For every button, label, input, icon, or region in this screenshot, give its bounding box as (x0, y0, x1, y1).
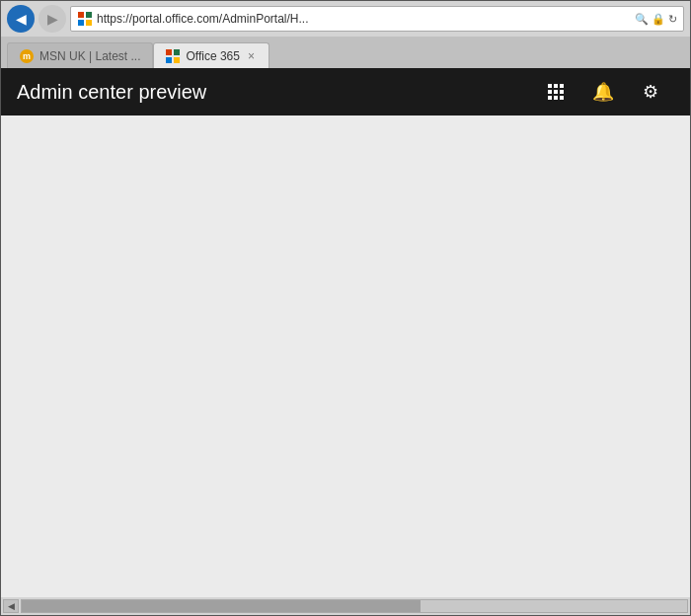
gear-icon: ⚙ (643, 81, 658, 103)
bell-icon: 🔔 (592, 81, 614, 103)
msn-icon: m (20, 49, 34, 63)
scroll-left-icon: ◀ (8, 601, 15, 611)
svg-rect-6 (166, 57, 172, 63)
browser-toolbar: ◀ ▶ https://portal.office.com/AdminPorta… (1, 1, 690, 37)
back-button[interactable]: ◀ (7, 5, 35, 33)
scroll-thumb[interactable] (22, 600, 421, 612)
tab-msn[interactable]: m MSN UK | Latest ... (7, 42, 153, 68)
svg-rect-1 (86, 12, 92, 18)
office365-tab-icon (166, 49, 180, 63)
address-text: https://portal.office.com/AdminPortal/H.… (97, 12, 631, 26)
refresh-addr-icon[interactable]: ↻ (668, 13, 677, 26)
scroll-track[interactable] (21, 599, 688, 613)
forward-button[interactable]: ▶ (38, 5, 66, 33)
scroll-left-button[interactable]: ◀ (3, 599, 19, 613)
waffle-button[interactable] (532, 68, 579, 116)
address-icons: 🔍 🔒 ↻ (635, 13, 677, 26)
tab-office365-label: Office 365 (186, 49, 239, 63)
horizontal-scrollbar[interactable]: ◀ (1, 597, 690, 615)
svg-rect-7 (174, 57, 180, 63)
waffle-icon (548, 84, 564, 100)
svg-rect-3 (86, 20, 92, 26)
svg-rect-0 (78, 12, 84, 18)
notifications-button[interactable]: 🔔 (579, 68, 627, 116)
tabs-bar: m MSN UK | Latest ... Office 365 × (1, 37, 690, 68)
tab-msn-label: MSN UK | Latest ... (39, 49, 140, 63)
lock-icon[interactable]: 🔒 (652, 13, 665, 26)
back-icon: ◀ (16, 11, 27, 27)
page-title: Admin center preview (17, 81, 532, 104)
app-header: Admin center preview 🔔 ⚙ (1, 68, 690, 116)
browser-window: ◀ ▶ https://portal.office.com/AdminPorta… (0, 0, 691, 616)
header-icons: 🔔 ⚙ (532, 68, 674, 116)
svg-rect-2 (78, 20, 84, 26)
address-bar[interactable]: https://portal.office.com/AdminPortal/H.… (70, 6, 684, 32)
main-content (1, 116, 690, 597)
tab-office365-close[interactable]: × (246, 49, 257, 63)
svg-rect-4 (166, 49, 172, 55)
search-addr-icon[interactable]: 🔍 (635, 13, 649, 26)
office-icon (77, 11, 93, 27)
settings-button[interactable]: ⚙ (627, 68, 674, 116)
svg-rect-5 (174, 49, 180, 55)
tab-office365[interactable]: Office 365 × (153, 42, 269, 68)
forward-icon: ▶ (47, 11, 58, 27)
